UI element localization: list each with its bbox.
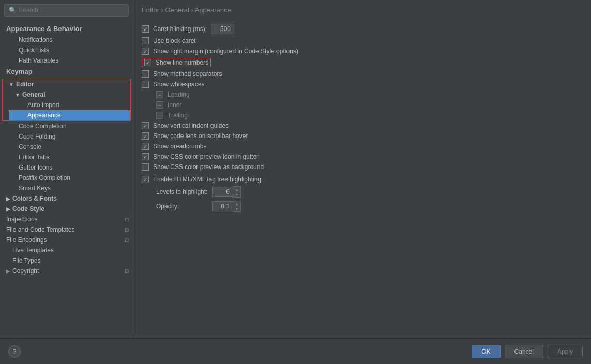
sidebar-item-code-folding[interactable]: Code Folding <box>0 131 133 142</box>
sidebar-item-file-encodings[interactable]: File Encodings ⊡ <box>0 235 133 245</box>
caret-blinking-checkbox-wrapper[interactable]: Caret blinking (ms): <box>142 25 207 33</box>
show-right-margin-wrapper[interactable]: Show right margin (configured in Code St… <box>142 48 298 55</box>
use-block-caret-wrapper[interactable]: Use block caret <box>142 37 196 44</box>
copyright-arrow-icon: ▶ <box>6 268 10 274</box>
opacity-input[interactable] <box>212 201 233 211</box>
show-vertical-indent-guides-label: Show vertical indent guides <box>153 122 229 129</box>
setting-show-css-color-preview-bg: Show CSS color preview as background <box>142 162 583 172</box>
code-style-arrow-icon: ▶ <box>6 206 10 212</box>
setting-opacity: Opacity: ▲ ▼ <box>142 199 583 214</box>
show-line-numbers-checkbox[interactable] <box>144 59 151 66</box>
file-code-templates-label: File and Code Templates <box>6 226 75 233</box>
show-breadcrumbs-checkbox[interactable] <box>142 143 149 150</box>
setting-levels-to-highlight: Levels to highlight: ▲ ▼ <box>142 185 583 199</box>
show-right-margin-checkbox[interactable] <box>142 48 149 55</box>
sidebar-item-auto-import[interactable]: Auto Import <box>9 100 130 110</box>
sidebar-item-editor-tabs[interactable]: Editor Tabs <box>0 152 133 162</box>
show-method-separators-checkbox[interactable] <box>142 70 149 78</box>
setting-leading: Leading <box>142 89 583 100</box>
ok-button[interactable]: OK <box>472 345 500 358</box>
trailing-label: Trailing <box>168 112 188 119</box>
breadcrumb-editor: Editor <box>142 6 159 14</box>
use-block-caret-label: Use block caret <box>153 37 196 44</box>
dialog-footer: ? OK Cancel Apply <box>0 338 591 364</box>
trailing-checkbox[interactable] <box>156 112 163 119</box>
enable-html-xml-wrapper[interactable]: Enable HTML/XML tag tree highlighting <box>142 176 261 183</box>
copyright-label: Copyright <box>12 267 39 275</box>
sidebar-item-notifications[interactable]: Notifications <box>0 35 133 45</box>
setting-use-block-caret: Use block caret <box>142 36 583 46</box>
help-button[interactable]: ? <box>8 345 21 358</box>
inner-checkbox[interactable] <box>156 101 163 109</box>
apply-button[interactable]: Apply <box>548 345 583 358</box>
search-input[interactable] <box>19 7 124 14</box>
sidebar-item-postfix-completion[interactable]: Postfix Completion <box>0 173 133 183</box>
setting-show-right-margin: Show right margin (configured in Code St… <box>142 46 583 56</box>
editor-arrow-icon: ▼ <box>9 82 14 87</box>
opacity-decrement-button[interactable]: ▼ <box>233 206 240 211</box>
sidebar-item-file-types[interactable]: File Types <box>0 255 133 266</box>
show-css-color-preview-bg-wrapper[interactable]: Show CSS color preview as background <box>142 163 264 171</box>
show-vertical-indent-guides-wrapper[interactable]: Show vertical indent guides <box>142 122 229 129</box>
sidebar-item-live-templates[interactable]: Live Templates <box>0 245 133 255</box>
sidebar-item-smart-keys[interactable]: Smart Keys <box>0 183 133 193</box>
enable-html-xml-checkbox[interactable] <box>142 176 149 183</box>
caret-blinking-checkbox[interactable] <box>142 25 149 33</box>
show-whitespaces-wrapper[interactable]: Show whitespaces <box>142 81 204 88</box>
main-content: Editor › General › Appearance Caret blin… <box>133 0 591 338</box>
setting-show-css-color-preview-icon: Show CSS color preview icon in gutter <box>142 151 583 162</box>
copyright-icon: ⊡ <box>125 268 129 274</box>
sidebar-general-label: General <box>22 91 46 98</box>
setting-enable-html-xml: Enable HTML/XML tag tree highlighting <box>142 174 583 185</box>
sidebar-group-code-style[interactable]: ▶ Code Style <box>0 204 133 214</box>
levels-increment-button[interactable]: ▲ <box>233 187 240 192</box>
sidebar-section-keymap[interactable]: Keymap <box>0 66 133 78</box>
search-box[interactable]: 🔍 <box>4 4 129 17</box>
show-line-numbers-label: Show line numbers <box>156 59 208 66</box>
footer-right: OK Cancel Apply <box>472 345 583 358</box>
inner-label: Inner <box>168 101 181 109</box>
trailing-wrapper[interactable]: Trailing <box>156 112 188 119</box>
show-code-lens-label: Show code lens on scrollbar hover <box>153 132 248 140</box>
show-whitespaces-checkbox[interactable] <box>142 81 149 88</box>
sidebar-item-quick-lists[interactable]: Quick Lists <box>0 45 133 55</box>
cancel-button[interactable]: Cancel <box>505 345 543 358</box>
sidebar-group-copyright[interactable]: ▶ Copyright ⊡ <box>0 266 133 276</box>
show-right-margin-label: Show right margin (configured in Code St… <box>153 48 298 55</box>
opacity-increment-button[interactable]: ▲ <box>233 201 240 206</box>
show-line-numbers-wrapper[interactable]: Show line numbers <box>144 59 208 66</box>
leading-wrapper[interactable]: Leading <box>156 91 190 98</box>
sidebar-item-inspections[interactable]: Inspections ⊡ <box>0 214 133 224</box>
levels-decrement-button[interactable]: ▼ <box>233 192 240 197</box>
sidebar-group-editor[interactable]: ▼ Editor <box>3 79 130 89</box>
sidebar-item-code-completion[interactable]: Code Completion <box>0 121 133 131</box>
sidebar-item-console[interactable]: Console <box>0 142 133 152</box>
levels-spinner-buttons: ▲ ▼ <box>233 186 241 198</box>
inspections-label: Inspections <box>6 216 38 223</box>
show-breadcrumbs-wrapper[interactable]: Show breadcrumbs <box>142 143 206 150</box>
setting-show-code-lens: Show code lens on scrollbar hover <box>142 131 583 141</box>
show-code-lens-wrapper[interactable]: Show code lens on scrollbar hover <box>142 132 248 140</box>
caret-blinking-input[interactable] <box>211 24 234 34</box>
use-block-caret-checkbox[interactable] <box>142 37 149 44</box>
sidebar-item-path-variables[interactable]: Path Variables <box>0 55 133 66</box>
show-css-color-preview-icon-checkbox[interactable] <box>142 153 149 160</box>
show-vertical-indent-guides-checkbox[interactable] <box>142 122 149 129</box>
sidebar-section-appearance-behavior[interactable]: Appearance & Behavior <box>0 23 133 35</box>
sidebar-group-colors-fonts[interactable]: ▶ Colors & Fonts <box>0 193 133 204</box>
sidebar-item-gutter-icons[interactable]: Gutter Icons <box>0 162 133 173</box>
inner-wrapper[interactable]: Inner <box>156 101 181 109</box>
show-css-color-preview-bg-checkbox[interactable] <box>142 163 149 171</box>
show-css-color-preview-icon-wrapper[interactable]: Show CSS color preview icon in gutter <box>142 153 259 160</box>
show-css-color-preview-icon-label: Show CSS color preview icon in gutter <box>153 153 259 160</box>
leading-checkbox[interactable] <box>156 91 163 98</box>
sidebar-item-file-code-templates[interactable]: File and Code Templates ⊡ <box>0 224 133 235</box>
breadcrumb-general: General <box>165 6 189 14</box>
sidebar-group-general[interactable]: ▼ General <box>9 89 130 100</box>
sidebar-item-appearance[interactable]: Appearance <box>9 110 130 120</box>
setting-show-method-separators: Show method separators <box>142 69 583 79</box>
show-code-lens-checkbox[interactable] <box>142 132 149 140</box>
levels-to-highlight-input[interactable] <box>212 187 233 197</box>
footer-left: ? <box>8 345 21 358</box>
show-method-separators-wrapper[interactable]: Show method separators <box>142 70 222 78</box>
